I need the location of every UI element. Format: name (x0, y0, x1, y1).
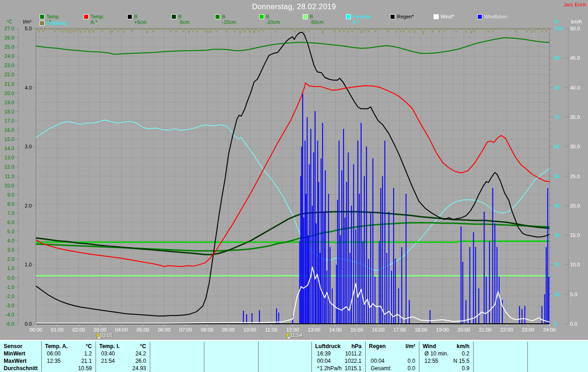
x-axis-label: 15:00 (351, 327, 363, 333)
right-pct-axis-label: 80 (554, 85, 560, 90)
table-cell: 24.93 (99, 365, 146, 372)
series-b-m20 (36, 241, 549, 242)
right-kmh-axis-label: 10.0 (570, 262, 580, 267)
x-axis-label: 08:00 (201, 327, 214, 333)
table-cell: 26.0 (99, 358, 146, 364)
series-temp-a (36, 83, 549, 267)
weather-app-window: Donnerstag, 28.02.2019 Jarz Erich °C l/m… (0, 0, 588, 372)
left-temp-axis-label: 6.0 (7, 220, 14, 225)
right-kmh-axis-label: 5.0 (570, 292, 577, 297)
table-cell: 24.2 (99, 350, 146, 357)
left-temp-axis-label: 16.0 (5, 127, 14, 133)
table-cell: 0.9 (423, 365, 469, 372)
left-temp-axis-label: 23.0 (5, 62, 14, 68)
table-cell: MinWert (4, 350, 25, 357)
series-empfang (36, 29, 549, 34)
table-cell: hPa (315, 343, 362, 349)
table-cell: 1022.1 (315, 358, 362, 364)
table-column-divider (204, 342, 204, 372)
table-cell: 10.59 (45, 365, 92, 372)
left-temp-axis-label: 15.0 (5, 136, 14, 142)
right-kmh-axis-label: 25.0 (570, 174, 580, 179)
right-kmh-axis-label: 0.0 (570, 321, 577, 327)
table-cell: 1.2 (45, 350, 92, 357)
table-cell: 1011.2 (315, 350, 362, 357)
table-column-divider (150, 342, 150, 372)
right-pct-axis-label: 100 (554, 26, 562, 31)
x-axis-label: 16:00 (372, 327, 385, 333)
right-kmh-axis-label: 20.0 (570, 203, 580, 209)
left-temp-axis-label: 2.0 (7, 256, 14, 262)
left-temp-axis-label: 1.0 (7, 265, 14, 271)
table-column-divider (258, 342, 259, 372)
left-rain-axis-label: 1.0 (25, 262, 32, 267)
left-temp-axis-label: 11.0 (5, 174, 14, 179)
left-temp-axis-label: 25.0 (5, 44, 14, 50)
left-temp-axis-label: 8.0 (7, 201, 14, 207)
table-cell: 0.2 (423, 350, 469, 357)
x-axis-label: 21:00 (479, 327, 492, 333)
table-cell: km/h (423, 343, 469, 349)
x-axis-label: 23:00 (522, 327, 535, 333)
left-temp-axis-label: -2.0 (6, 293, 14, 299)
left-rain-axis-label: 4.0 (25, 85, 32, 90)
table-cell: N 15.5 (423, 358, 469, 364)
table-column-divider (311, 342, 312, 372)
left-rain-axis-label: 0.0 (25, 321, 32, 327)
left-temp-axis-label: 10.0 (5, 183, 14, 188)
right-kmh-axis-label: 30.0 (570, 144, 580, 149)
table-cell: 1015.1 (315, 365, 362, 372)
right-kmh-axis-label: 35.0 (570, 114, 580, 120)
x-axis-label: 13:00 (308, 327, 321, 333)
left-temp-axis-label: 3.0 (7, 247, 14, 253)
time-marker-1154: 11:54 (285, 333, 302, 338)
plot-grid (36, 28, 549, 324)
x-axis-label: 06:00 (158, 327, 171, 333)
x-axis-label: 02:00 (72, 327, 85, 333)
x-axis-label: 22:00 (500, 327, 513, 333)
right-kmh-axis-label: 40.0 (570, 85, 580, 90)
lightning-bolt-icon (96, 333, 100, 338)
left-temp-axis-label: 18.0 (5, 109, 14, 114)
left-temp-axis-label: 4.0 (7, 238, 14, 243)
left-temp-axis-label: 17.0 (5, 118, 14, 124)
x-axis-label: 04:00 (115, 327, 128, 333)
left-temp-axis-label: 20.0 (5, 90, 14, 96)
x-axis-label: 14:00 (329, 327, 342, 333)
left-temp-axis-label: 14.0 (5, 146, 14, 151)
table-column-divider (96, 342, 96, 372)
right-pct-axis-label: 20 (554, 262, 560, 267)
marker-time-label: 03:01 (100, 333, 113, 338)
left-temp-axis-label: 7.0 (7, 210, 14, 216)
marker-time-label: 11:54 (290, 333, 302, 338)
right-pct-axis-label: 0 (554, 321, 557, 327)
left-temp-axis-label: 9.0 (7, 192, 14, 197)
right-pct-axis-label: 10 (554, 292, 560, 297)
left-temp-axis-label: 0.0 (7, 275, 14, 281)
right-pct-axis-label: 70 (554, 114, 560, 120)
x-axis-label: 01:00 (51, 327, 64, 333)
table-column-divider (473, 342, 474, 372)
statistics-table: SensorMinWertMaxWertDurchschnittTemp. A.… (0, 340, 588, 372)
x-axis-label: 09:00 (222, 327, 235, 333)
left-temp-axis-label: 21.0 (5, 81, 14, 87)
left-temp-axis-label: 19.0 (5, 100, 14, 105)
right-pct-axis-label: 90 (554, 55, 560, 61)
left-temp-axis-label: -1.0 (6, 284, 14, 290)
left-temp-axis-label: 22.0 (5, 72, 14, 77)
table-column-divider (365, 342, 366, 372)
table-cell: 0.0 (369, 358, 415, 364)
right-kmh-axis-label: 15.0 (570, 232, 580, 238)
right-pct-axis-label: 50 (554, 174, 560, 179)
left-temp-axis-label: 13.0 (5, 155, 14, 160)
table-column-divider (527, 342, 528, 372)
weather-chart: 27.026.025.024.023.022.021.020.019.018.0… (0, 0, 588, 372)
table-cell: 0.0 (369, 365, 415, 372)
left-temp-axis-label: 26.0 (5, 35, 14, 40)
x-axis-label: 17:00 (393, 327, 406, 333)
left-rain-axis-label: 3.0 (25, 144, 32, 149)
x-axis-label: 10:00 (243, 327, 256, 333)
left-temp-axis-label: 12.0 (5, 164, 14, 169)
right-pct-axis-label: 30 (554, 232, 560, 238)
x-axis-label: 00:00 (29, 327, 42, 333)
